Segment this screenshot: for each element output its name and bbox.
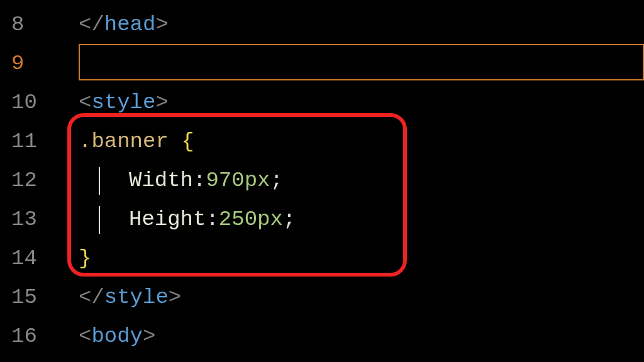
token-bracket: < — [79, 324, 91, 348]
line-number: 14 — [11, 239, 47, 278]
token-semicolon: ; — [270, 168, 282, 192]
token-value: 250px — [219, 207, 283, 231]
token-tag: style — [91, 90, 155, 114]
line-number: 11 — [11, 122, 47, 161]
line-number: 13 — [11, 200, 47, 239]
token-property: Width — [129, 168, 193, 192]
line-number: 10 — [11, 83, 47, 122]
token-brace: { — [181, 129, 194, 153]
line-number: 15 — [11, 278, 47, 317]
token-colon: : — [206, 207, 218, 231]
code-area[interactable]: </head> <style> .banner { Width:970px; H… — [47, 0, 644, 362]
code-line[interactable]: <body> — [47, 317, 644, 356]
indent-guide — [99, 206, 100, 234]
code-line[interactable]: </head> — [47, 5, 644, 44]
code-line[interactable]: Width:970px; — [47, 161, 644, 200]
code-line[interactable]: } — [47, 239, 644, 278]
token-brace: } — [79, 246, 91, 270]
token-tag: body — [91, 324, 143, 348]
token-bracket: </ — [79, 13, 104, 36]
code-line-current[interactable] — [47, 44, 644, 83]
token-bracket: > — [155, 13, 168, 36]
token-bracket: > — [155, 90, 168, 114]
token-selector: .banner — [79, 129, 181, 153]
line-number: 16 — [11, 317, 47, 356]
token-bracket: > — [143, 324, 155, 348]
code-line[interactable]: Height:250px; — [47, 200, 644, 239]
code-editor[interactable]: 8 9 10 11 12 13 14 15 16 </head> <style>… — [0, 0, 644, 362]
line-number: 8 — [11, 5, 47, 44]
token-property: Height — [129, 207, 206, 231]
token-bracket: > — [169, 285, 181, 309]
line-number: 12 — [11, 161, 47, 200]
token-value: 970px — [206, 168, 270, 192]
line-number-gutter: 8 9 10 11 12 13 14 15 16 — [0, 0, 47, 362]
line-number-current: 9 — [11, 44, 47, 83]
token-bracket: < — [79, 90, 91, 114]
token-semicolon: ; — [283, 207, 296, 231]
token-colon: : — [193, 168, 206, 192]
token-bracket: </ — [79, 285, 104, 309]
code-line[interactable]: <style> — [47, 83, 644, 122]
token-tag: style — [104, 285, 169, 309]
indent-guide — [99, 167, 100, 195]
token-tag: head — [104, 13, 156, 36]
code-line[interactable]: .banner { — [47, 122, 644, 161]
code-line[interactable]: </style> — [47, 278, 644, 317]
